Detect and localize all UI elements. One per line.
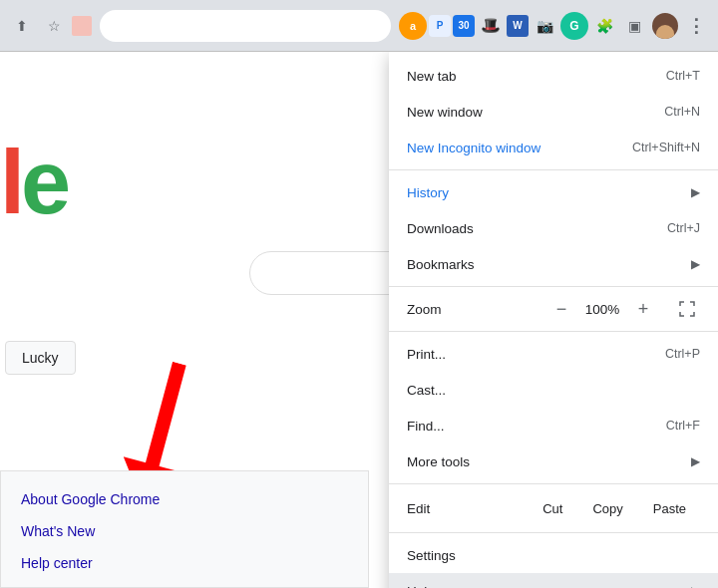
google-logo-l: l (0, 133, 21, 232)
camera-extension-icon[interactable]: 📷 (531, 12, 558, 40)
profile-avatar[interactable] (652, 13, 678, 39)
new-tab-shortcut: Ctrl+T (666, 69, 700, 83)
incognito-label: New Incognito window (407, 141, 540, 155)
zoom-row: Zoom − 100% + (389, 291, 718, 327)
fullscreen-button[interactable] (674, 296, 700, 322)
cut-button[interactable]: Cut (529, 496, 576, 521)
zoom-label: Zoom (407, 302, 548, 317)
menu-item-more-tools[interactable]: More tools ▶ (389, 443, 718, 479)
menu-item-bookmarks[interactable]: Bookmarks ▶ (389, 246, 718, 282)
find-shortcut: Ctrl+F (666, 419, 700, 433)
address-bar (100, 10, 391, 42)
im-feeling-lucky-button[interactable]: Lucky (5, 341, 76, 375)
menu-item-find[interactable]: Find... Ctrl+F (389, 408, 718, 443)
avatar-body (656, 25, 674, 39)
bookmarks-label: Bookmarks (407, 257, 475, 272)
three-dots-menu-button[interactable]: ⋮ (682, 12, 710, 40)
print-label: Print... (407, 347, 446, 362)
svg-line-5 (151, 364, 179, 469)
more-tools-arrow: ▶ (691, 454, 700, 468)
whats-new-item[interactable]: What's New (1, 515, 368, 547)
chrome-menu: New tab Ctrl+T New window Ctrl+N New Inc… (389, 52, 718, 588)
toolbar-icons: a P 30 🎩 W 📷 G 🧩 ▣ ⋮ (399, 12, 710, 40)
separator-5 (389, 532, 718, 533)
share-button[interactable]: ⬆ (8, 12, 36, 40)
page-content: le Lucky About Google Chrome (0, 52, 718, 588)
print-shortcut: Ctrl+P (665, 347, 700, 361)
grammarly-extension-icon[interactable]: G (560, 12, 588, 40)
history-label: History (407, 185, 449, 200)
help-center-item[interactable]: Help center (1, 547, 368, 579)
google-logo-e: e (21, 133, 67, 232)
about-chrome-item[interactable]: About Google Chrome (1, 483, 368, 515)
word-extension-icon[interactable]: W (507, 15, 529, 37)
browser-toolbar: ⬆ ☆ a P 30 🎩 W 📷 G 🧩 ▣ ⋮ (0, 0, 718, 52)
more-tools-label: More tools (407, 454, 470, 469)
help-label: Help (407, 584, 435, 589)
zoom-controls: − 100% + (548, 296, 700, 322)
incognito-shortcut: Ctrl+Shift+N (632, 141, 700, 154)
paste-button[interactable]: Paste (639, 496, 700, 521)
puzzle-extension-icon[interactable]: 🧩 (590, 12, 618, 40)
sidebar-icon[interactable]: ▣ (620, 12, 648, 40)
new-window-shortcut: Ctrl+N (664, 105, 700, 119)
bookmark-button[interactable]: ☆ (40, 12, 68, 40)
downloads-shortcut: Ctrl+J (667, 221, 700, 235)
help-sub-panel: About Google Chrome What's New Help cent… (0, 470, 369, 588)
menu-item-downloads[interactable]: Downloads Ctrl+J (389, 210, 718, 246)
separator-4 (389, 483, 718, 484)
zoom-out-button[interactable]: − (548, 296, 574, 322)
new-tab-label: New tab (407, 69, 457, 84)
menu-item-new-tab[interactable]: New tab Ctrl+T (389, 58, 718, 94)
separator-2 (389, 286, 718, 287)
bookmarks-arrow: ▶ (691, 257, 700, 271)
separator-1 (389, 169, 718, 170)
copy-button[interactable]: Copy (578, 496, 636, 521)
edit-buttons: Cut Copy Paste (529, 496, 700, 521)
calendar-extension-icon[interactable]: 30 (453, 15, 475, 37)
new-window-label: New window (407, 105, 483, 120)
find-label: Find... (407, 419, 445, 434)
cast-label: Cast... (407, 383, 446, 398)
zoom-in-button[interactable]: + (630, 296, 656, 322)
menu-item-help[interactable]: Help ▶ (389, 573, 718, 588)
menu-item-print[interactable]: Print... Ctrl+P (389, 336, 718, 372)
settings-label: Settings (407, 548, 456, 563)
page-icon (72, 16, 92, 36)
menu-item-new-window[interactable]: New window Ctrl+N (389, 94, 718, 130)
google-logo: le (0, 132, 67, 234)
amazon-extension-icon[interactable]: a (399, 12, 427, 40)
png-extension-icon[interactable]: P (429, 15, 451, 37)
help-arrow: ▶ (691, 584, 700, 588)
history-arrow: ▶ (691, 185, 700, 199)
menu-item-settings[interactable]: Settings (389, 537, 718, 573)
zoom-value: 100% (584, 302, 620, 317)
separator-3 (389, 331, 718, 332)
hat-extension-icon[interactable]: 🎩 (477, 12, 505, 40)
menu-item-cast[interactable]: Cast... (389, 372, 718, 408)
menu-item-incognito[interactable]: New Incognito window Ctrl+Shift+N (389, 130, 718, 165)
downloads-label: Downloads (407, 221, 474, 236)
menu-item-history[interactable]: History ▶ (389, 174, 718, 210)
edit-row: Edit Cut Copy Paste (389, 488, 718, 528)
edit-label: Edit (407, 501, 529, 516)
